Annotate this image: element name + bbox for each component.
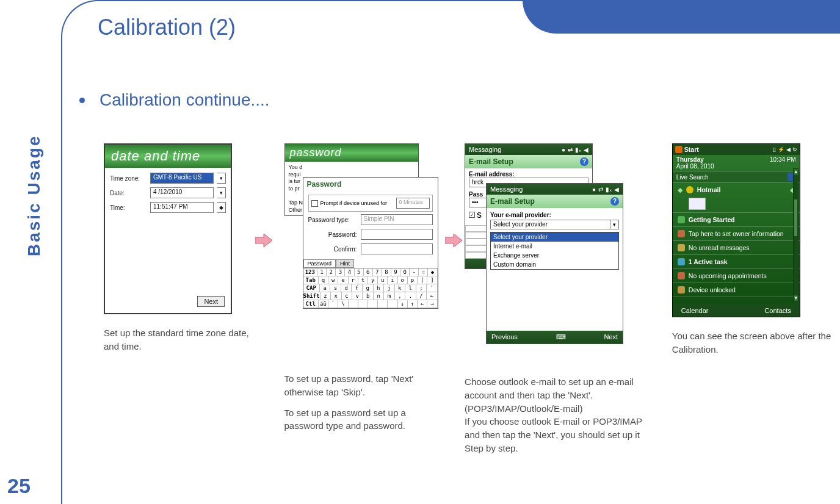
keyboard-icon[interactable]: ⌨ [556, 333, 566, 341]
key[interactable] [349, 300, 358, 308]
scroll-thumb[interactable] [794, 200, 797, 236]
key[interactable]: 3 [336, 268, 345, 276]
key[interactable] [358, 300, 368, 308]
nav-left-icon[interactable]: ◆ [678, 186, 682, 193]
key[interactable]: m [384, 292, 394, 300]
dropdown-option[interactable]: Select your provider [491, 232, 618, 242]
key[interactable]: l [405, 284, 416, 292]
key[interactable]: 7 [373, 268, 382, 276]
start-label[interactable]: Start [684, 146, 699, 153]
dropdown-option[interactable]: Internet e-mail [491, 242, 618, 251]
scrollbar[interactable]: ▲ ▼ [793, 168, 798, 302]
key[interactable]: o [398, 276, 408, 284]
home-row[interactable]: No unread messages [673, 241, 800, 254]
live-search[interactable]: Live Search [676, 174, 709, 181]
key[interactable]: , [395, 292, 405, 300]
key[interactable]: áü [319, 300, 328, 308]
scroll-up-icon[interactable]: ▲ [794, 169, 798, 175]
checkbox-prompt[interactable] [311, 200, 318, 207]
dropdown-option[interactable]: Custom domain [491, 260, 618, 269]
key[interactable]: u [378, 276, 388, 284]
key[interactable]: g [363, 284, 374, 292]
key[interactable]: 6 [364, 268, 373, 276]
field-date[interactable]: 4 /12/2010 [150, 187, 214, 198]
home-row[interactable]: 1 Active task [673, 255, 800, 268]
previous-button[interactable]: Previous [491, 333, 518, 341]
tab-hint[interactable]: Hint [336, 259, 354, 268]
key[interactable]: [ [418, 276, 427, 284]
key[interactable]: 8 [382, 268, 391, 276]
tab-password[interactable]: Password [303, 259, 336, 268]
key[interactable]: 9 [391, 268, 400, 276]
key[interactable]: r [349, 276, 358, 284]
key[interactable]: h [374, 284, 385, 292]
field-pw-type[interactable]: Simple PIN [361, 214, 433, 225]
key[interactable]: y [368, 276, 378, 284]
spinner-icon[interactable]: ◆ [217, 202, 226, 213]
softkey-calendar[interactable]: Calendar [681, 307, 709, 314]
key[interactable]: CAP [303, 284, 320, 292]
dropdown-icon[interactable]: ▾ [217, 187, 226, 198]
help-icon[interactable]: ? [610, 197, 619, 206]
field-timezone[interactable]: GMT-8 Pacific US [150, 173, 214, 184]
key[interactable]: f [352, 284, 363, 292]
field-prompt-minutes[interactable]: 0 Minutes [396, 198, 430, 209]
home-row[interactable]: Tap here to set owner information [673, 227, 800, 240]
home-row[interactable]: Getting Started [673, 213, 800, 226]
home-row[interactable]: No upcoming appointments [673, 269, 800, 283]
key[interactable]: k [395, 284, 406, 292]
key[interactable]: i [388, 276, 397, 284]
key[interactable] [368, 300, 378, 308]
key[interactable]: a [320, 284, 331, 292]
key[interactable] [378, 300, 388, 308]
dropdown-list-provider[interactable]: Select your providerInternet e-mailExcha… [490, 232, 619, 270]
key[interactable]: d [341, 284, 352, 292]
key[interactable]: Tab [303, 276, 319, 284]
checkbox-save[interactable]: ✓ [469, 212, 475, 218]
field-provider[interactable]: Select your provider [490, 220, 610, 229]
key[interactable]: c [342, 292, 352, 300]
key[interactable]: ↓ [398, 300, 408, 308]
key[interactable]: Shift [303, 292, 320, 300]
key[interactable]: 4 [345, 268, 354, 276]
home-row[interactable]: Device unlocked [673, 283, 800, 297]
key[interactable]: v [352, 292, 363, 300]
field-time[interactable]: 11:51:47 PM [150, 202, 214, 213]
key[interactable]: ] [427, 276, 437, 284]
key[interactable]: 123 [303, 268, 318, 276]
dropdown-icon[interactable]: ▾ [217, 173, 226, 184]
key[interactable]: / [416, 292, 427, 300]
key[interactable]: ' [427, 284, 438, 292]
key[interactable]: → [427, 300, 437, 308]
field-confirm[interactable] [361, 243, 433, 254]
key[interactable]: ← [418, 300, 427, 308]
key[interactable]: 5 [355, 268, 364, 276]
key[interactable]: b [363, 292, 373, 300]
key[interactable]: z [320, 292, 331, 300]
softkey-contacts[interactable]: Contacts [764, 307, 791, 314]
key[interactable]: \ [338, 300, 348, 308]
on-screen-keyboard[interactable]: 1231234567890-=◆Tabqwertyuiop[]CAPasdfgh… [303, 268, 438, 308]
key[interactable]: Ctl [303, 300, 319, 308]
key[interactable]: ◆ [428, 268, 437, 276]
key[interactable]: n [374, 292, 384, 300]
key[interactable]: ↑ [408, 300, 418, 308]
key[interactable]: = [419, 268, 428, 276]
hotmail-label[interactable]: Hotmail [697, 186, 721, 193]
start-icon[interactable] [675, 146, 682, 153]
key[interactable]: 0 [400, 268, 410, 276]
key[interactable]: t [358, 276, 368, 284]
field-password[interactable] [361, 229, 433, 240]
key[interactable]: 2 [327, 268, 336, 276]
key[interactable]: q [319, 276, 328, 284]
key[interactable]: j [384, 284, 395, 292]
scroll-down-icon[interactable]: ▼ [794, 295, 798, 301]
key[interactable]: ; [416, 284, 427, 292]
key[interactable]: x [331, 292, 341, 300]
key[interactable]: ` [328, 300, 338, 308]
key[interactable]: w [328, 276, 338, 284]
key[interactable] [388, 300, 397, 308]
key[interactable]: e [338, 276, 348, 284]
dropdown-icon[interactable]: ▾ [610, 220, 619, 229]
dropdown-option[interactable]: Exchange server [491, 251, 618, 260]
